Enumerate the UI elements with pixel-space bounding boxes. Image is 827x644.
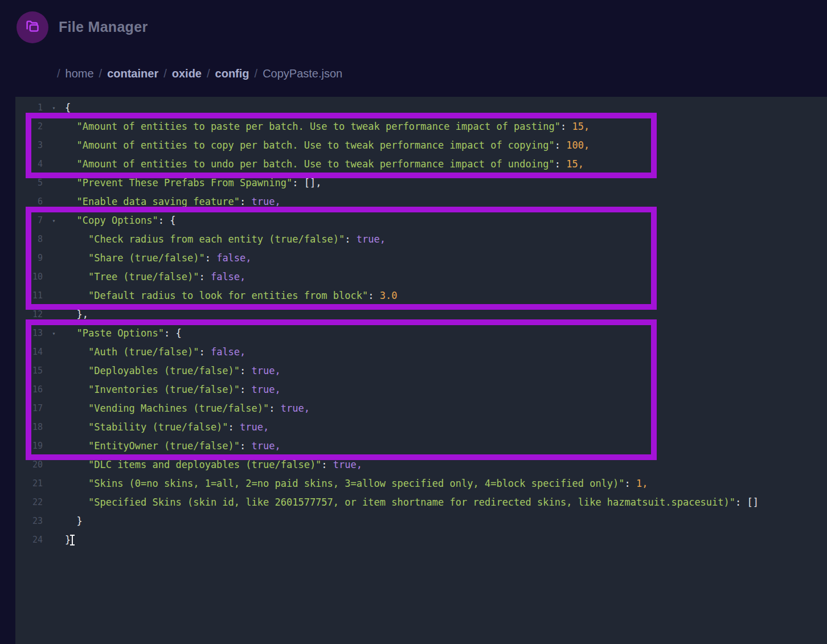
code-line[interactable]: 4 "Amount of entities to undo per batch.… <box>15 155 827 174</box>
breadcrumb-item-oxide[interactable]: oxide <box>172 67 202 80</box>
line-content: "Inventories (true/false)": true, <box>65 380 281 399</box>
line-content: } <box>65 512 83 531</box>
token-bool: false, <box>211 346 245 358</box>
token-key: "Amount of entities to paste per batch. … <box>76 121 560 132</box>
line-number: 21 <box>15 474 43 493</box>
code-line[interactable]: 9 "Share (true/false)": false, <box>15 249 827 268</box>
line-number: 1 <box>15 99 43 117</box>
code-line[interactable]: 15 "Deployables (true/false)": true, <box>15 362 827 380</box>
token-bool: true, <box>333 459 362 470</box>
breadcrumb-item-home[interactable]: home <box>65 67 94 80</box>
line-number: 8 <box>15 230 43 249</box>
line-number: 3 <box>15 136 43 155</box>
line-number: 10 <box>15 268 43 286</box>
token-key: "Deployables (true/false)" <box>88 365 240 376</box>
breadcrumb-item-copypaste.json[interactable]: CopyPaste.json <box>263 67 342 80</box>
code-line[interactable]: 20 "DLC items and deployables (true/fals… <box>15 456 827 474</box>
fold-arrow-icon[interactable]: ▾ <box>43 324 65 343</box>
code-line[interactable]: 16 "Inventories (true/false)": true, <box>15 380 827 399</box>
line-number: 14 <box>15 343 43 362</box>
token-bool: false, <box>211 271 245 282</box>
line-content: "Stability (true/false)": true, <box>65 418 269 437</box>
token-key: "EntityOwner (true/false)" <box>88 440 240 452</box>
line-number: 2 <box>15 117 43 136</box>
line-content: "Tree (true/false)": false, <box>65 268 245 286</box>
token-key: "Tree (true/false)" <box>88 271 199 282</box>
code-line[interactable]: 14 "Auth (true/false)": false, <box>15 343 827 362</box>
token-key: "Specified Skins (skin id, like 26015777… <box>88 497 735 508</box>
line-content: "Amount of entities to undo per batch. U… <box>65 155 584 174</box>
line-number: 20 <box>15 456 43 474</box>
code-lines: 1▾{2 "Amount of entities to paste per ba… <box>15 97 827 549</box>
line-number: 24 <box>15 531 43 549</box>
line-number: 9 <box>15 249 43 268</box>
token-punct: } <box>76 515 82 527</box>
breadcrumb-separator: / <box>207 67 210 80</box>
token-punct: : <box>240 384 251 395</box>
fold-arrow-icon[interactable]: ▾ <box>43 99 65 117</box>
token-bool: true, <box>252 365 281 376</box>
line-content: "Specified Skins (skin id, like 26015777… <box>65 493 759 512</box>
token-key: "Inventories (true/false)" <box>88 384 240 395</box>
line-content: }, <box>65 305 88 324</box>
line-content: } <box>65 531 73 549</box>
fold-arrow-icon[interactable]: ▾ <box>43 211 65 230</box>
code-line[interactable]: 8 "Check radius from each entity (true/f… <box>15 230 827 249</box>
line-number: 13 <box>15 324 43 343</box>
code-line[interactable]: 2 "Amount of entities to paste per batch… <box>15 117 827 136</box>
code-line[interactable]: 12 }, <box>15 305 827 324</box>
code-line[interactable]: 17 "Vending Machines (true/false)": true… <box>15 399 827 418</box>
token-num: 15, <box>566 158 584 170</box>
token-punct: : <box>240 440 251 452</box>
token-key: "Check radius from each entity (true/fal… <box>88 233 345 245</box>
breadcrumb-separator: / <box>163 67 167 80</box>
token-punct: }, <box>76 309 88 320</box>
token-bool: true, <box>240 421 269 433</box>
token-key: "Share (true/false)" <box>88 252 205 264</box>
token-bool: false, <box>216 252 251 264</box>
code-line[interactable]: 19 "EntityOwner (true/false)": true, <box>15 437 827 456</box>
token-key: "Amount of entities to undo per batch. U… <box>76 158 554 170</box>
token-key: "Amount of entities to copy per batch. U… <box>76 140 554 151</box>
line-content: "Enable data saving feature": true, <box>65 192 281 211</box>
code-line[interactable]: 21 "Skins (0=no skins, 1=all, 2=no paid … <box>15 474 827 493</box>
code-line[interactable]: 18 "Stability (true/false)": true, <box>15 418 827 437</box>
token-punct: : [] <box>735 497 759 508</box>
token-punct: : <box>321 459 333 470</box>
token-key: "Auth (true/false)" <box>88 346 199 358</box>
token-key: "Paste Options" <box>76 327 164 339</box>
token-punct: { <box>65 102 71 113</box>
code-line[interactable]: 6 "Enable data saving feature": true, <box>15 192 827 211</box>
token-key: "Vending Machines (true/false)" <box>88 403 269 414</box>
line-content: "Deployables (true/false)": true, <box>65 362 281 380</box>
breadcrumb: /home/container/oxide/config/CopyPaste.j… <box>57 67 342 80</box>
token-key: "Enable data saving feature" <box>76 196 240 207</box>
breadcrumb-item-config[interactable]: config <box>215 67 249 80</box>
code-line[interactable]: 7▾ "Copy Options": { <box>15 211 827 230</box>
code-line[interactable]: 23 } <box>15 512 827 531</box>
token-punct: : <box>228 421 240 433</box>
line-number: 6 <box>15 192 43 211</box>
token-key: "Prevent These Prefabs From Spawning" <box>76 177 292 188</box>
token-punct: : <box>205 252 216 264</box>
code-line[interactable]: 13▾ "Paste Options": { <box>15 324 827 343</box>
line-content: "Share (true/false)": false, <box>65 249 252 268</box>
code-line[interactable]: 3 "Amount of entities to copy per batch.… <box>15 136 827 155</box>
code-line[interactable]: 22 "Specified Skins (skin id, like 26015… <box>15 493 827 512</box>
code-line[interactable]: 11 "Default radius to look for entities … <box>15 286 827 305</box>
token-punct: } <box>65 534 71 545</box>
token-punct: : <box>560 121 572 132</box>
code-editor[interactable]: 1▾{2 "Amount of entities to paste per ba… <box>15 97 827 644</box>
code-line[interactable]: 24} <box>15 531 827 549</box>
code-line[interactable]: 1▾{ <box>15 99 827 117</box>
line-number: 11 <box>15 286 43 305</box>
code-line[interactable]: 10 "Tree (true/false)": false, <box>15 268 827 286</box>
token-bool: true, <box>252 384 281 395</box>
page-title: File Manager <box>59 19 148 35</box>
token-key: "Skins (0=no skins, 1=all, 2=no paid ski… <box>88 478 625 489</box>
folder-icon <box>24 18 41 37</box>
breadcrumb-item-container[interactable]: container <box>107 67 158 80</box>
app-logo <box>17 11 48 43</box>
token-punct: : <box>199 271 210 282</box>
code-line[interactable]: 5 "Prevent These Prefabs From Spawning":… <box>15 174 827 192</box>
